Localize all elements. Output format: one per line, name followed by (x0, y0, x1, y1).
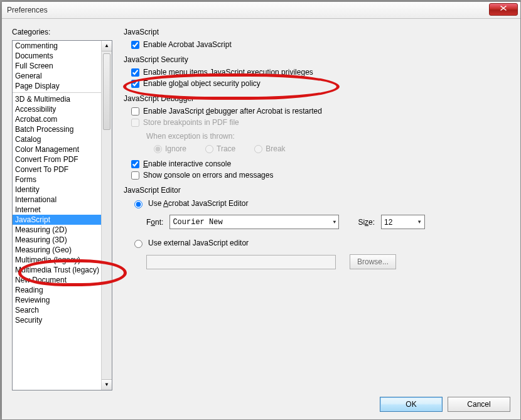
category-item[interactable]: Security (13, 315, 102, 325)
category-item[interactable]: Batch Processing (13, 124, 102, 134)
category-item[interactable]: Reviewing (13, 295, 102, 305)
section-js-debugger-title: JavaScript Debugger (124, 94, 510, 103)
category-item[interactable]: Acrobat.com (13, 114, 102, 124)
store-breakpoints-checkbox: Store breakpoints in PDF file (131, 118, 510, 127)
scroll-down-icon[interactable]: ▼ (102, 379, 112, 390)
category-item[interactable]: Page Display (13, 81, 102, 91)
chevron-down-icon: ▼ (333, 219, 336, 225)
interactive-console-checkbox[interactable]: Enable interactive console (131, 159, 510, 168)
category-item[interactable]: Catalog (13, 134, 102, 144)
category-item[interactable]: Accessibility (13, 104, 102, 114)
scroll-thumb[interactable] (103, 53, 110, 130)
category-item[interactable]: International (13, 195, 102, 205)
category-item[interactable]: Documents (13, 51, 102, 61)
category-item[interactable]: General (13, 71, 102, 81)
global-security-checkbox[interactable]: Enable global object security policy (131, 79, 510, 88)
category-item[interactable]: Multimedia Trust (legacy) (13, 265, 102, 275)
category-item[interactable]: Commenting (13, 41, 102, 51)
category-item[interactable]: Full Screen (13, 61, 102, 71)
category-item[interactable]: JavaScript (13, 215, 102, 225)
listbox-scrollbar[interactable]: ▲ ▼ (101, 41, 112, 390)
radio-trace: Trace (205, 144, 235, 153)
section-javascript-title: JavaScript (124, 28, 510, 36)
category-item[interactable]: Internet (13, 205, 102, 215)
category-item[interactable]: Measuring (Geo) (13, 245, 102, 255)
browse-button: Browse... (350, 254, 396, 269)
show-console-checkbox[interactable]: Show console on errors and messages (131, 171, 510, 180)
category-item[interactable]: Multimedia (legacy) (13, 255, 102, 265)
section-js-security-title: JavaScript Security (124, 55, 510, 64)
preferences-window: Preferences Categories: CommentingDocume… (1, 1, 521, 420)
enable-acrobat-js-checkbox[interactable]: Enable Acrobat JavaScript (131, 40, 510, 49)
radio-ignore: Ignore (154, 144, 186, 153)
size-select[interactable]: 12 ▼ (381, 215, 425, 229)
categories-label: Categories: (12, 28, 112, 36)
enable-debugger-checkbox[interactable]: Enable JavaScript debugger after Acrobat… (131, 107, 510, 116)
use-external-editor-radio[interactable]: Use external JavaScript editor (131, 238, 510, 248)
font-select[interactable]: Courier New ▼ (169, 215, 339, 229)
scroll-up-icon[interactable]: ▲ (102, 41, 112, 51)
use-acrobat-editor-radio[interactable]: Use Acrobat JavaScript Editor (131, 198, 510, 208)
size-label: Size: (358, 218, 375, 227)
close-button[interactable] (489, 3, 518, 16)
category-item[interactable]: Convert From PDF (13, 154, 102, 164)
titlebar: Preferences (2, 2, 520, 19)
font-label: Font: (146, 218, 163, 227)
category-item[interactable]: Convert To PDF (13, 164, 102, 175)
menu-privileges-checkbox[interactable]: Enable menu items JavaScript execution p… (131, 68, 510, 77)
when-exception-label: When exception is thrown: (146, 132, 510, 141)
category-item[interactable]: Identity (13, 185, 102, 195)
radio-break: Break (254, 144, 285, 153)
ok-button[interactable]: OK (380, 397, 443, 412)
cancel-button[interactable]: Cancel (448, 397, 510, 412)
categories-listbox[interactable]: CommentingDocumentsFull ScreenGeneralPag… (12, 40, 112, 390)
separator (13, 92, 102, 93)
category-item[interactable]: Color Management (13, 144, 102, 154)
section-js-editor-title: JavaScript Editor (124, 186, 510, 195)
category-item[interactable]: 3D & Multimedia (13, 94, 102, 104)
external-editor-path-input (146, 255, 336, 269)
category-item[interactable]: Measuring (3D) (13, 235, 102, 245)
category-item[interactable]: Measuring (2D) (13, 225, 102, 235)
chevron-down-icon: ▼ (417, 219, 422, 225)
category-item[interactable]: Forms (13, 175, 102, 185)
category-item[interactable]: Search (13, 305, 102, 315)
window-title: Preferences (7, 6, 489, 14)
category-item[interactable]: Reading (13, 285, 102, 295)
category-item[interactable]: New Document (13, 275, 102, 285)
